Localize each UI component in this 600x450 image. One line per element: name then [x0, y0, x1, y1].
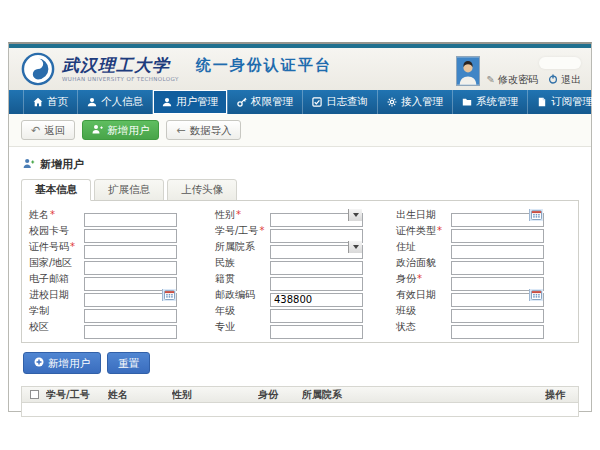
- nav-item-profile[interactable]: 个人信息: [78, 90, 153, 114]
- nav-item-access[interactable]: 接入管理: [378, 90, 453, 114]
- field-label: 进校日期: [29, 289, 69, 300]
- university-name: 武汉理工大学: [62, 57, 179, 74]
- field-label: 状态: [396, 321, 416, 332]
- field-label: 邮政编码: [215, 289, 255, 300]
- nav-item-system[interactable]: 系统管理: [453, 90, 528, 114]
- form-field-schooling-length: 学制: [26, 304, 212, 318]
- user-name-redacted: [539, 57, 581, 69]
- form-tabs: 基本信息扩展信息上传头像: [21, 179, 579, 201]
- pencil-icon: ✎: [487, 75, 495, 85]
- table-col-header: 操作: [545, 388, 578, 402]
- calendar-icon[interactable]: [162, 289, 176, 301]
- form-field-id-type: 证件类型*: [393, 224, 584, 238]
- campus-field[interactable]: [84, 325, 177, 339]
- form-field-postal-code: 邮政编码: [212, 288, 393, 302]
- form-field-grade: 年级: [212, 304, 393, 318]
- form-field-political-status: 政治面貌: [393, 256, 584, 270]
- add-user-button[interactable]: 新增用户: [82, 120, 159, 140]
- form-field-department: 所属院系: [212, 240, 393, 254]
- table-col-header: 所属院系: [302, 388, 545, 402]
- user-icon: [87, 97, 97, 107]
- field-label: 身份: [396, 273, 416, 284]
- form-field-major: 专业: [212, 320, 393, 334]
- required-mark: *: [236, 209, 241, 220]
- tab-upload-avatar[interactable]: 上传头像: [167, 179, 237, 201]
- field-label: 证件号码: [29, 241, 69, 252]
- table-empty-row: [22, 403, 578, 416]
- key-icon: [237, 97, 247, 107]
- field-label: 专业: [215, 321, 235, 332]
- form-field-valid-date: 有效日期: [393, 288, 584, 302]
- user-add-icon: [92, 123, 103, 137]
- nav-item-subscription[interactable]: 订阅管理: [528, 90, 600, 114]
- form-field-birth-date: 出生日期: [393, 208, 584, 222]
- desktop: 武汉理工大学 WUHAN UNIVERSITY OF TECHNOLOGY 统一…: [0, 0, 600, 450]
- nav-item-permission[interactable]: 权限管理: [228, 90, 303, 114]
- power-icon: [548, 74, 558, 86]
- select-all-checkbox[interactable]: [30, 390, 39, 399]
- app-header: 武汉理工大学 WUHAN UNIVERSITY OF TECHNOLOGY 统一…: [9, 48, 591, 90]
- app-window: 武汉理工大学 WUHAN UNIVERSITY OF TECHNOLOGY 统一…: [8, 42, 592, 412]
- plus-circle-icon: [34, 356, 44, 370]
- data-import-button[interactable]: ← 数据导入: [166, 120, 241, 140]
- form-field-address: 住址: [393, 240, 584, 254]
- chevron-down-icon[interactable]: [348, 241, 362, 253]
- status-field[interactable]: [451, 325, 544, 339]
- field-label: 籍贯: [215, 273, 235, 284]
- form-field-email: 电子邮箱: [26, 272, 212, 286]
- field-label: 班级: [396, 305, 416, 316]
- change-password-link[interactable]: ✎ 修改密码: [487, 73, 538, 87]
- form-field-entry-date: 进校日期: [26, 288, 212, 302]
- field-label: 证件类型: [396, 225, 436, 236]
- basic-info-panel: 姓名*性别*出生日期校园卡号学号/工号*证件类型*证件号码*所属院系住址国家/地…: [21, 200, 579, 343]
- tab-basic-info[interactable]: 基本信息: [21, 179, 91, 201]
- user-avatar: [456, 56, 480, 86]
- table-col-header: 性别: [172, 388, 258, 402]
- gear-icon: [387, 97, 397, 107]
- nav-item-log-query[interactable]: 日志查询: [303, 90, 378, 114]
- nav-item-user-management[interactable]: 用户管理: [153, 90, 228, 114]
- form-field-student-id: 学号/工号*: [212, 224, 393, 238]
- table-col-header: 身份: [258, 388, 302, 402]
- major-field[interactable]: [270, 325, 363, 339]
- field-label: 校区: [29, 321, 49, 332]
- form-field-status: 状态: [393, 320, 584, 334]
- home-icon: [33, 97, 43, 107]
- form-field-gender: 性别*: [212, 208, 393, 222]
- required-mark: *: [437, 225, 442, 236]
- university-name-en: WUHAN UNIVERSITY OF TECHNOLOGY: [62, 76, 179, 82]
- user-icon: [162, 97, 172, 107]
- field-label: 性别: [215, 209, 235, 220]
- tab-extended-info[interactable]: 扩展信息: [94, 179, 164, 201]
- table-col-header: 姓名: [108, 388, 172, 402]
- field-label: 电子邮箱: [29, 273, 69, 284]
- form-field-campus: 校区: [26, 320, 212, 334]
- reset-button[interactable]: 重置: [107, 352, 150, 374]
- users-table: 学号/工号姓名性别身份所属院系操作: [21, 386, 579, 417]
- form-field-campus-card: 校园卡号: [26, 224, 212, 238]
- calendar-icon[interactable]: [529, 209, 543, 221]
- required-mark: *: [50, 209, 55, 220]
- back-button[interactable]: ↶ 返回: [21, 120, 75, 140]
- field-label: 所属院系: [215, 241, 255, 252]
- submit-add-user-button[interactable]: 新增用户: [23, 352, 101, 374]
- folder-icon: [462, 97, 472, 107]
- form-field-ethnicity: 民族: [212, 256, 393, 270]
- form-field-class: 班级: [393, 304, 584, 318]
- field-label: 国家/地区: [29, 257, 72, 268]
- form-field-native-place: 籍贯: [212, 272, 393, 286]
- chevron-down-icon[interactable]: [348, 209, 362, 221]
- university-logo-icon: [21, 52, 55, 86]
- brand: 武汉理工大学 WUHAN UNIVERSITY OF TECHNOLOGY 统一…: [21, 52, 332, 86]
- field-label: 住址: [396, 241, 416, 252]
- nav-item-home[interactable]: 首页: [23, 90, 78, 114]
- form-field-identity: 身份*: [393, 272, 584, 286]
- users-table-header: 学号/工号姓名性别身份所属院系操作: [22, 387, 578, 403]
- platform-title: 统一身份认证平台: [196, 56, 332, 75]
- field-label: 政治面貌: [396, 257, 436, 268]
- doc-icon: [537, 97, 547, 107]
- logout-link[interactable]: 退出: [548, 73, 581, 87]
- calendar-icon[interactable]: [529, 289, 543, 301]
- main-content: 新增用户 基本信息扩展信息上传头像 姓名*性别*出生日期校园卡号学号/工号*证件…: [9, 147, 591, 417]
- field-label: 有效日期: [396, 289, 436, 300]
